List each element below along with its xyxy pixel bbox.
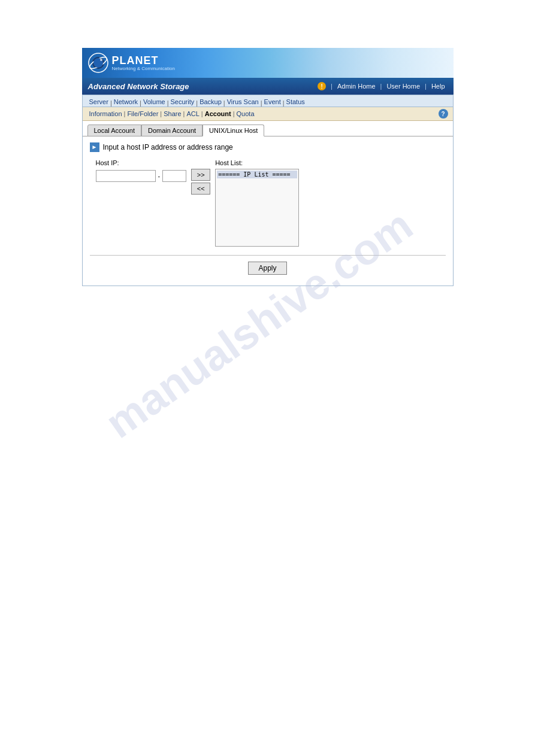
logo-text: PLANET xyxy=(112,54,159,66)
logo-subtitle: Networking & Communication xyxy=(112,66,175,71)
nav-volume[interactable]: Volume xyxy=(141,97,167,107)
host-list-section: Host List: ====== IP List ===== xyxy=(215,159,299,247)
host-list-header: ====== IP List ===== xyxy=(217,171,297,178)
alert-icon: ! xyxy=(318,82,326,90)
nav-network[interactable]: Network xyxy=(112,97,140,107)
logo-text-group: PLANET Networking & Communication xyxy=(112,54,175,71)
help-icon[interactable]: ? xyxy=(439,109,448,119)
planet-logo: PLANET Networking & Communication xyxy=(88,53,175,73)
subnav-account[interactable]: Account xyxy=(203,110,233,117)
nav-event[interactable]: Event xyxy=(262,97,283,107)
tab-local-account[interactable]: Local Account xyxy=(87,125,142,136)
main-nav: Server | Network | Volume | Security | B… xyxy=(83,95,453,107)
subnav-filefolder[interactable]: File/Folder xyxy=(125,110,160,117)
nav-separator-1: | xyxy=(328,83,335,90)
host-ip-input[interactable] xyxy=(96,170,156,182)
sub-nav-links: Information | File/Folder | Share | ACL … xyxy=(87,110,256,117)
section-title: Input a host IP address or address range xyxy=(103,143,233,151)
admin-home-link[interactable]: Admin Home xyxy=(335,83,378,90)
subnav-share[interactable]: Share xyxy=(162,110,183,117)
nav-separator-3: | xyxy=(422,83,429,90)
host-ip-inputs: - xyxy=(96,170,187,182)
remove-from-list-button[interactable]: << xyxy=(191,183,210,195)
subnav-acl[interactable]: ACL xyxy=(185,110,201,117)
sub-header: Advanced Network Storage ! | Admin Home … xyxy=(82,78,454,95)
tab-domain-account[interactable]: Domain Account xyxy=(141,125,202,136)
nav-server[interactable]: Server xyxy=(87,97,110,107)
main-container: PLANET Networking & Communication Advanc… xyxy=(82,48,454,286)
ip-range-input[interactable] xyxy=(162,170,186,182)
host-ip-label: Host IP: xyxy=(96,159,187,166)
divider xyxy=(90,255,446,256)
apply-area: Apply xyxy=(90,262,446,278)
subnav-information[interactable]: Information xyxy=(87,110,124,117)
arrow-buttons: >> << xyxy=(191,169,210,195)
sub-header-nav: ! | Admin Home | User Home | Help xyxy=(318,82,447,90)
host-list-label: Host List: xyxy=(215,159,299,166)
page-wrapper: manualshive.com PLANET Networking & Comm… xyxy=(0,48,535,756)
nav-backup[interactable]: Backup xyxy=(198,97,223,107)
help-link[interactable]: Help xyxy=(429,83,448,90)
ip-dash: - xyxy=(157,172,162,180)
content-area: Server | Network | Volume | Security | B… xyxy=(82,95,454,286)
nav-status[interactable]: Status xyxy=(285,97,307,107)
section-header: Input a host IP address or address range xyxy=(90,142,446,152)
tab-area: Local Account Domain Account UNIX/Linux … xyxy=(83,121,453,136)
user-home-link[interactable]: User Home xyxy=(384,83,422,90)
section-arrow-icon xyxy=(90,142,99,152)
header-banner: PLANET Networking & Communication xyxy=(82,48,454,78)
apply-button[interactable]: Apply xyxy=(248,262,286,275)
subnav-quota[interactable]: Quota xyxy=(235,110,256,117)
sub-nav: Information | File/Folder | Share | ACL … xyxy=(83,107,453,121)
nav-security[interactable]: Security xyxy=(169,97,197,107)
sub-header-title: Advanced Network Storage xyxy=(88,82,189,91)
svg-point-4 xyxy=(100,59,102,61)
nav-virus-scan[interactable]: Virus Scan xyxy=(225,97,261,107)
nav-separator-2: | xyxy=(378,83,385,90)
tab-unix-linux-host[interactable]: UNIX/Linux Host xyxy=(202,125,264,136)
host-ip-section: Host IP: - xyxy=(96,159,187,182)
add-to-list-button[interactable]: >> xyxy=(191,169,210,181)
planet-logo-icon xyxy=(88,53,108,73)
host-area: Host IP: - >> << Host List xyxy=(90,159,446,247)
panel-content: Input a host IP address or address range… xyxy=(83,136,453,286)
host-list-box[interactable]: ====== IP List ===== xyxy=(215,169,299,247)
